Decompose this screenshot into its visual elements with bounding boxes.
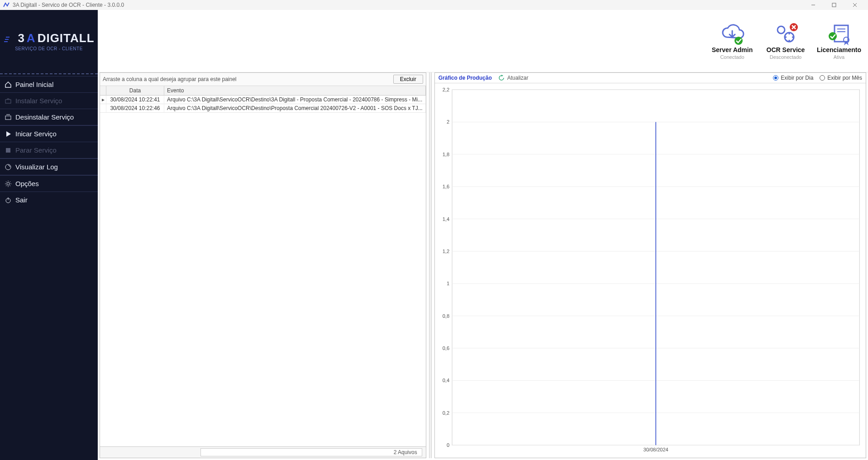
status-sub: Ativa bbox=[834, 54, 844, 60]
svg-text:0,6: 0,6 bbox=[442, 345, 449, 351]
svg-text:1,4: 1,4 bbox=[442, 216, 449, 221]
status-sub: Conectado bbox=[720, 54, 744, 60]
logo-text-accent: A bbox=[27, 31, 36, 45]
sidebar-item-label: Inicar Serviço bbox=[15, 130, 57, 138]
chart-svg: 00,20,40,60,811,21,41,61,822,230/08/2024 bbox=[438, 87, 863, 455]
cell-data: 30/08/2024 10:22:46 bbox=[106, 104, 164, 112]
radio-label: Exibir por Dia bbox=[781, 75, 813, 81]
window-titlebar: 3A Digitall - Servico de OCR - Cliente -… bbox=[0, 0, 868, 10]
home-icon bbox=[5, 81, 12, 88]
sidebar-item-instalar-servico[interactable]: Instalar Serviço bbox=[0, 92, 98, 109]
certificate-icon bbox=[825, 22, 854, 45]
sidebar-item-visualizar-log[interactable]: Visualizar Log bbox=[0, 158, 98, 175]
window-minimize-button[interactable] bbox=[803, 0, 824, 10]
svg-text:0,2: 0,2 bbox=[442, 410, 449, 416]
radio-dot-icon bbox=[773, 75, 778, 81]
logo: 3ADIGITALL SERVIÇO DE OCR - CLIENTE bbox=[0, 10, 98, 72]
svg-text:30/08/2024: 30/08/2024 bbox=[643, 447, 668, 452]
svg-text:2,2: 2,2 bbox=[442, 87, 449, 92]
sidebar-item-label: Sair bbox=[15, 196, 28, 204]
status-sub: Desconectado bbox=[770, 54, 801, 60]
splitter[interactable] bbox=[429, 72, 432, 458]
row-indicator-icon: ▸ bbox=[100, 96, 106, 104]
sidebar-item-desinstalar-servico[interactable]: Desinstalar Serviço bbox=[0, 109, 98, 125]
sidebar-item-label: Desinstalar Serviço bbox=[15, 113, 74, 121]
window-title: 3A Digitall - Servico de OCR - Cliente -… bbox=[13, 2, 124, 8]
svg-rect-1 bbox=[832, 3, 836, 7]
grid-footer: 2 Aquivos bbox=[100, 446, 426, 458]
svg-text:1,8: 1,8 bbox=[442, 152, 449, 157]
stop-icon bbox=[5, 147, 12, 154]
svg-point-13 bbox=[734, 37, 743, 45]
logo-subtitle: SERVIÇO DE OCR - CLIENTE bbox=[15, 46, 83, 51]
cell-evento: Arquivo C:\3A Digitall\ServicoOCR\Destin… bbox=[164, 104, 426, 112]
sidebar-item-label: Instalar Serviço bbox=[15, 97, 62, 105]
grid-header-data[interactable]: Data bbox=[106, 86, 164, 95]
grid-row[interactable]: 30/08/2024 10:22:46 Arquivo C:\3A Digita… bbox=[100, 104, 426, 113]
grid-row[interactable]: ▸ 30/08/2024 10:22:41 Arquivo C:\3A Digi… bbox=[100, 96, 426, 104]
sidebar: 3ADIGITALL SERVIÇO DE OCR - CLIENTE Pain… bbox=[0, 10, 98, 460]
svg-rect-17 bbox=[835, 25, 848, 42]
status-card-licenciamento: Licenciamento Ativa bbox=[816, 22, 862, 60]
window-close-button[interactable] bbox=[844, 0, 865, 10]
sidebar-item-label: Painel Inicial bbox=[15, 81, 53, 88]
sidebar-item-opcoes[interactable]: Opções bbox=[0, 175, 98, 192]
sidebar-item-label: Opções bbox=[15, 180, 39, 187]
grid-group-bar[interactable]: Arraste a coluna a qual deseja agrupar p… bbox=[100, 73, 426, 86]
chart-pane: Gráfico de Produção Atualizar Exibir por… bbox=[434, 72, 866, 458]
radio-exibir-por-mes[interactable]: Exibir por Mês bbox=[820, 75, 862, 81]
cell-evento: Arquivo C:\3A Digitall\ServicoOCR\Destin… bbox=[164, 96, 426, 104]
status-card-ocr-service: OCR Service Desconectado bbox=[763, 22, 808, 60]
svg-marker-7 bbox=[6, 131, 11, 137]
gears-icon bbox=[771, 22, 800, 45]
grid-footer-count: 2 Aquivos bbox=[200, 448, 422, 456]
radio-exibir-por-dia[interactable]: Exibir por Dia bbox=[773, 75, 813, 81]
sidebar-item-painel-inicial[interactable]: Painel Inicial bbox=[0, 76, 98, 92]
events-grid-pane: Arraste a coluna a qual deseja agrupar p… bbox=[100, 72, 426, 458]
refresh-icon bbox=[498, 75, 505, 81]
power-icon bbox=[5, 196, 12, 204]
cloud-icon bbox=[718, 22, 747, 45]
play-icon bbox=[5, 130, 12, 138]
window-maximize-button[interactable] bbox=[824, 0, 844, 10]
svg-text:1,2: 1,2 bbox=[442, 249, 449, 254]
refresh-label: Atualizar bbox=[507, 75, 529, 81]
logo-text-prefix: 3 bbox=[18, 31, 24, 45]
status-label: OCR Service bbox=[767, 46, 805, 53]
sidebar-item-sair[interactable]: Sair bbox=[0, 192, 98, 208]
status-label: Licenciamento bbox=[817, 46, 861, 53]
uninstall-icon bbox=[5, 114, 12, 121]
chart-area: 00,20,40,60,811,21,41,61,822,230/08/2024 bbox=[435, 83, 866, 458]
svg-text:0: 0 bbox=[447, 442, 449, 448]
radio-label: Exibir por Mês bbox=[827, 75, 862, 81]
sidebar-item-label: Visualizar Log bbox=[15, 163, 58, 171]
grid-body: ▸ 30/08/2024 10:22:41 Arquivo C:\3A Digi… bbox=[100, 96, 426, 446]
svg-point-10 bbox=[7, 182, 10, 185]
install-icon bbox=[5, 97, 12, 105]
svg-rect-5 bbox=[5, 116, 11, 120]
radio-dot-icon bbox=[820, 75, 825, 81]
grid-group-hint: Arraste a coluna a qual deseja agrupar p… bbox=[103, 76, 237, 82]
row-indicator-icon bbox=[100, 104, 106, 112]
sidebar-item-parar-servico[interactable]: Parar Serviço bbox=[0, 142, 98, 158]
svg-text:1,6: 1,6 bbox=[442, 184, 449, 189]
gear-icon bbox=[5, 180, 12, 187]
status-label: Server Admin bbox=[712, 46, 753, 53]
topbar: Server Admin Conectado OCR Service Desco… bbox=[98, 10, 868, 72]
delete-button[interactable]: Excluir bbox=[393, 75, 423, 84]
grid-header-evento[interactable]: Evento bbox=[164, 86, 426, 95]
svg-point-21 bbox=[829, 32, 837, 40]
svg-rect-8 bbox=[6, 148, 10, 153]
logo-text-rest: DIGITALL bbox=[38, 31, 95, 45]
sidebar-item-iniciar-servico[interactable]: Inicar Serviço bbox=[0, 125, 98, 142]
svg-rect-4 bbox=[5, 100, 11, 103]
log-icon bbox=[5, 163, 12, 171]
svg-text:1: 1 bbox=[447, 281, 449, 286]
chart-header: Gráfico de Produção Atualizar Exibir por… bbox=[435, 73, 866, 83]
refresh-button[interactable]: Atualizar bbox=[498, 75, 529, 81]
app-icon bbox=[3, 1, 10, 9]
cell-data: 30/08/2024 10:22:41 bbox=[106, 96, 164, 104]
svg-text:0,8: 0,8 bbox=[442, 313, 449, 318]
main: Server Admin Conectado OCR Service Desco… bbox=[98, 10, 868, 460]
grid-header-selector[interactable] bbox=[100, 86, 106, 95]
